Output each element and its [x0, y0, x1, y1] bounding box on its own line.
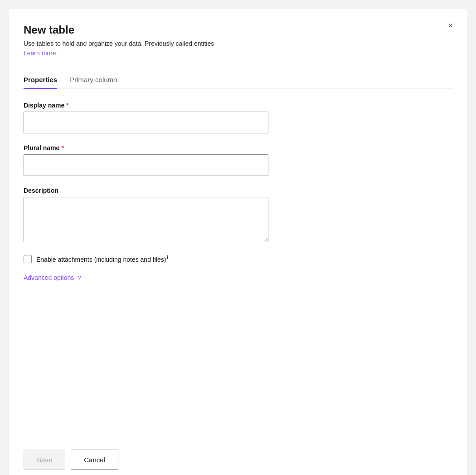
description-input[interactable]: [24, 197, 268, 242]
tab-properties[interactable]: Properties: [24, 71, 57, 89]
plural-name-group: Plural name*: [24, 144, 452, 176]
plural-name-required: *: [61, 144, 63, 152]
display-name-group: Display name*: [24, 102, 452, 133]
close-button[interactable]: ×: [443, 18, 458, 33]
dialog-subtitle: Use tables to hold and organize your dat…: [24, 40, 452, 47]
plural-name-input[interactable]: [24, 154, 268, 176]
display-name-label: Display name*: [24, 102, 452, 109]
cancel-button[interactable]: Cancel: [71, 450, 118, 470]
enable-attachments-label: Enable attachments (including notes and …: [36, 255, 169, 263]
advanced-options-label: Advanced options: [24, 274, 74, 281]
tab-primary-column[interactable]: Primary column: [70, 71, 117, 89]
description-label: Description: [24, 187, 452, 194]
plural-name-label: Plural name*: [24, 144, 452, 152]
learn-more-link[interactable]: Learn more: [24, 49, 56, 57]
tabs-container: Properties Primary column: [24, 71, 452, 89]
dialog-header: New table Use tables to hold and organiz…: [24, 24, 452, 68]
enable-attachments-checkbox[interactable]: [24, 255, 32, 263]
description-group: Description: [24, 187, 452, 244]
dialog-footer: Save Cancel: [24, 439, 452, 475]
display-name-required: *: [66, 102, 68, 109]
enable-attachments-group: Enable attachments (including notes and …: [24, 255, 452, 263]
new-table-dialog: × New table Use tables to hold and organ…: [9, 9, 467, 475]
dialog-title: New table: [24, 24, 452, 36]
display-name-input[interactable]: [24, 112, 268, 133]
save-button[interactable]: Save: [24, 450, 65, 470]
advanced-options-toggle[interactable]: Advanced options ∨: [24, 274, 452, 281]
chevron-down-icon: ∨: [78, 274, 82, 281]
